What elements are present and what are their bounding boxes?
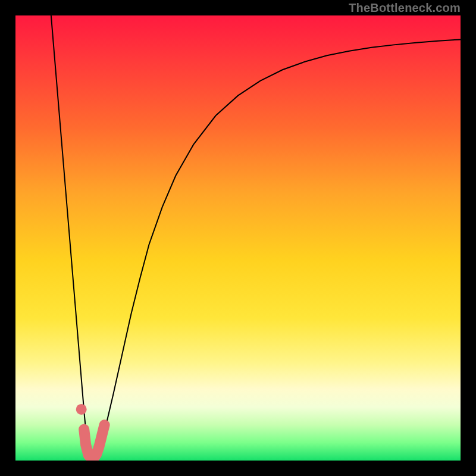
plot-area <box>15 15 461 461</box>
chart-frame: TheBottleneck.com <box>0 0 476 476</box>
bottleneck-chart <box>15 15 461 461</box>
watermark-text: TheBottleneck.com <box>349 1 461 15</box>
optimal-marker-dot-point <box>76 404 87 415</box>
